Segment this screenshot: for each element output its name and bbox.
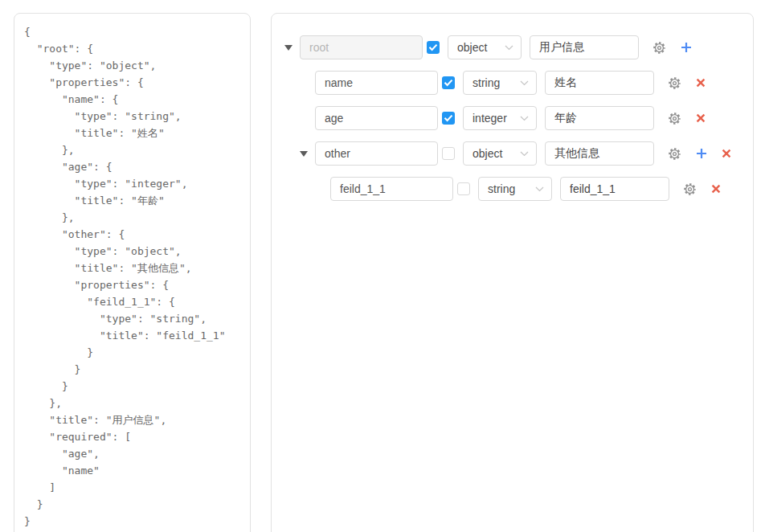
field-name-input[interactable] [315, 71, 438, 95]
type-select[interactable]: string [478, 177, 552, 201]
type-select[interactable]: integer [463, 106, 537, 130]
type-select-value: string [472, 76, 500, 89]
field-title-input[interactable] [560, 177, 669, 201]
schema-row-feild_1_1: string [284, 176, 740, 202]
schema-editor-panel: object string [271, 13, 754, 532]
checkmark-icon [444, 114, 453, 122]
chevron-down-icon [520, 151, 529, 157]
remove-field-icon[interactable] [722, 149, 731, 158]
settings-icon[interactable] [683, 182, 697, 196]
type-select-value: object [457, 41, 487, 54]
json-code: { "root": { "type": "object", "propertie… [24, 23, 240, 530]
field-name-input[interactable] [315, 141, 438, 166]
chevron-down-icon [520, 116, 529, 121]
remove-field-icon[interactable] [696, 78, 706, 88]
chevron-down-icon [505, 45, 513, 51]
remove-field-icon[interactable] [696, 113, 706, 123]
chevron-down-icon [535, 186, 544, 192]
settings-icon[interactable] [652, 41, 666, 55]
type-select-value: string [488, 182, 515, 195]
field-title-input[interactable] [530, 35, 639, 59]
collapse-caret-icon[interactable] [284, 45, 292, 51]
field-title-input[interactable] [545, 106, 654, 130]
remove-field-icon[interactable] [711, 184, 721, 194]
schema-row-name: string [284, 70, 740, 96]
required-checkbox[interactable] [457, 182, 470, 195]
type-select[interactable]: object [448, 35, 522, 59]
chevron-down-icon [520, 80, 529, 86]
field-title-input[interactable] [545, 71, 654, 95]
collapse-caret-icon[interactable] [300, 151, 308, 157]
required-checkbox[interactable] [442, 147, 455, 160]
field-name-input [300, 35, 423, 59]
type-select[interactable]: string [463, 71, 537, 95]
required-checkbox[interactable] [442, 112, 455, 125]
schema-row-other: object [284, 141, 740, 166]
add-child-icon[interactable] [681, 42, 692, 53]
field-name-input[interactable] [315, 106, 438, 130]
field-title-input[interactable] [545, 141, 654, 166]
schema-row-root: object [284, 35, 740, 60]
settings-icon[interactable] [668, 76, 681, 90]
schema-row-age: integer [284, 105, 740, 131]
json-code-panel: { "root": { "type": "object", "propertie… [14, 13, 251, 532]
field-name-input[interactable] [330, 177, 453, 201]
type-select-value: object [472, 147, 502, 160]
required-checkbox[interactable] [427, 41, 440, 54]
settings-icon[interactable] [668, 112, 681, 125]
checkmark-icon [444, 79, 453, 87]
required-checkbox[interactable] [442, 76, 455, 89]
type-select-value: integer [472, 112, 507, 125]
type-select[interactable]: object [463, 141, 537, 166]
add-child-icon[interactable] [696, 148, 707, 159]
settings-icon[interactable] [668, 147, 681, 161]
checkmark-icon [428, 43, 438, 51]
